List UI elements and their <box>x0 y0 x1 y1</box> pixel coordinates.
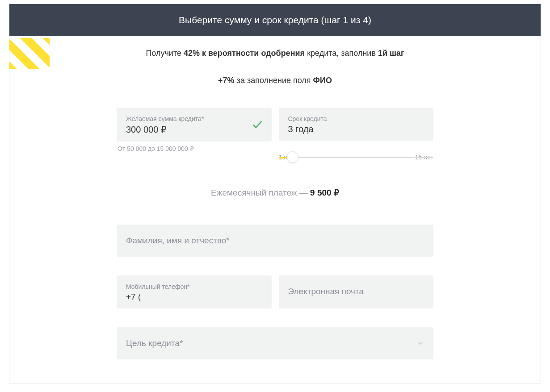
term-input[interactable]: Срок кредита 3 года <box>279 108 434 141</box>
term-value: 3 года <box>288 124 424 134</box>
slider-thumb[interactable] <box>287 151 298 163</box>
amount-limits: От 50 000 до 15 000 000 ₽ <box>118 145 272 152</box>
approval-hint: Получите 42% к вероятности одобрения кре… <box>9 36 541 65</box>
step-header: Выберите сумму и срок кредита (шаг 1 из … <box>9 4 541 36</box>
form-body: Желаемая сумма кредита* 300 000 ₽ От 50 … <box>9 94 541 384</box>
payment-label: Ежемесячный платеж — <box>211 188 310 197</box>
fio-placeholder: Фамилия, имя и отчество* <box>126 236 230 245</box>
bonus-hint: +7% за заполнение поля ФИО <box>9 65 541 94</box>
phone-input[interactable]: Мобильный телефон* +7 ( <box>117 275 272 309</box>
amount-value: 300 000 ₽ <box>126 124 249 135</box>
purpose-select[interactable]: Цель кредита* <box>117 327 433 359</box>
step-title: Выберите сумму и срок кредита (шаг 1 из … <box>179 15 371 25</box>
email-input[interactable]: Электронная почта <box>279 275 434 309</box>
email-placeholder: Электронная почта <box>288 287 364 296</box>
phone-label: Мобильный телефон* <box>126 283 262 290</box>
decorative-stripes <box>9 38 50 69</box>
chevron-down-icon <box>417 340 424 347</box>
payment-value: 9 500 ₽ <box>310 188 339 197</box>
purpose-placeholder: Цель кредита* <box>126 338 183 348</box>
monthly-payment: Ежемесячный платеж — 9 500 ₽ <box>117 167 433 207</box>
term-slider[interactable]: 1 год 15 лет <box>279 154 434 161</box>
amount-input[interactable]: Желаемая сумма кредита* 300 000 ₽ <box>117 108 272 142</box>
fio-input[interactable]: Фамилия, имя и отчество* <box>117 225 433 257</box>
term-label: Срок кредита <box>288 115 424 122</box>
slider-track <box>279 157 434 158</box>
amount-label: Желаемая сумма кредита* <box>126 115 249 122</box>
phone-value: +7 ( <box>126 292 262 302</box>
form-container: Выберите сумму и срок кредита (шаг 1 из … <box>9 4 541 384</box>
check-icon <box>252 119 263 130</box>
